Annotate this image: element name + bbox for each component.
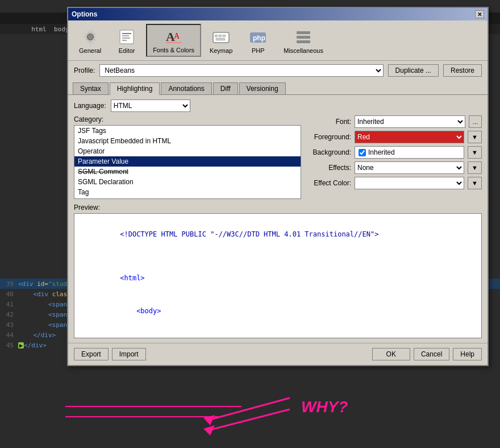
- editor-icon: [118, 28, 136, 46]
- svg-rect-24: [297, 36, 310, 39]
- help-button[interactable]: Help: [453, 348, 482, 360]
- preview-line-blank: [79, 251, 477, 262]
- background-inherited-checkbox[interactable]: [359, 149, 366, 156]
- foreground-ellipsis-button[interactable]: ▼: [468, 131, 482, 143]
- toolbar-keymap[interactable]: Keymap: [203, 25, 239, 57]
- svg-rect-8: [120, 30, 134, 44]
- keymap-label: Keymap: [210, 47, 232, 54]
- close-button[interactable]: ✕: [475, 10, 484, 18]
- php-label: PHP: [252, 47, 265, 54]
- profile-row: Profile: NetBeans Duplicate ... Restore: [68, 61, 488, 80]
- preview-line-html-open: <html>: [79, 262, 477, 295]
- foreground-select[interactable]: Red: [355, 131, 464, 143]
- ok-button[interactable]: OK: [372, 348, 410, 360]
- tab-annotations[interactable]: Annotations: [161, 82, 211, 94]
- modal-title: Options: [72, 10, 97, 18]
- svg-rect-16: [213, 32, 229, 43]
- import-button[interactable]: Import: [112, 348, 146, 360]
- keymap-icon: [212, 28, 230, 46]
- tab-syntax[interactable]: Syntax: [73, 82, 109, 94]
- background-checkbox-select: Inherited: [355, 146, 464, 159]
- svg-text:A: A: [174, 32, 180, 40]
- general-icon: [81, 28, 99, 46]
- effect-color-label: Effect Color:: [306, 179, 351, 187]
- toolbar-general[interactable]: General: [73, 25, 107, 57]
- tab-versioning[interactable]: Versioning: [239, 82, 286, 94]
- effects-label: Effects:: [306, 164, 351, 172]
- cat-item-paramvalue[interactable]: Parameter Value: [74, 156, 301, 167]
- language-select[interactable]: HTML CSS JavaScript PHP: [111, 99, 190, 112]
- cat-item-tag[interactable]: Tag: [74, 187, 301, 197]
- svg-rect-25: [297, 40, 310, 43]
- font-row: Font: Inherited ...: [306, 115, 482, 128]
- properties-panel: Font: Inherited ... Foreground: Red ▼: [306, 115, 482, 199]
- foreground-label: Foreground:: [306, 133, 351, 141]
- background-inherited-label: Inherited: [368, 148, 395, 156]
- toolbar: General Editor A A: [68, 20, 488, 61]
- svg-rect-19: [223, 35, 226, 37]
- preview-label: Preview:: [74, 204, 482, 211]
- svg-rect-15: [166, 42, 182, 43]
- restore-button[interactable]: Restore: [443, 64, 482, 77]
- duplicate-button[interactable]: Duplicate ...: [388, 64, 439, 77]
- effects-row: Effects: None Underline Strikethrough Wa…: [306, 161, 482, 174]
- language-label: Language:: [74, 102, 106, 110]
- font-ellipsis-button[interactable]: ...: [469, 115, 482, 128]
- svg-rect-17: [215, 35, 218, 37]
- editor-label: Editor: [119, 47, 135, 54]
- cat-item-operator[interactable]: Operator: [74, 146, 301, 156]
- background-row: Background: Inherited ▼: [306, 146, 482, 159]
- preview-section: Preview: <!DOCTYPE HTML PUBLIC "-//W3C//…: [74, 204, 482, 338]
- cancel-button[interactable]: Cancel: [414, 348, 449, 360]
- preview-line-body-open: <body>: [79, 294, 477, 327]
- toolbar-misc[interactable]: Miscellaneous: [277, 25, 330, 57]
- toolbar-editor[interactable]: Editor: [110, 25, 144, 57]
- svg-point-7: [88, 35, 93, 39]
- tab-diff[interactable]: Diff: [213, 82, 238, 94]
- category-label: Category:: [74, 115, 301, 123]
- preview-line-font: <font face="Arial,Helvetica" size="+1" c…: [79, 327, 477, 338]
- tab-highlighting[interactable]: Highlighting: [110, 82, 160, 95]
- export-button[interactable]: Export: [74, 348, 109, 360]
- category-list[interactable]: JSF Tags Javascript Embedded in HTML Ope…: [74, 125, 301, 199]
- svg-rect-18: [219, 35, 222, 37]
- misc-icon: [294, 28, 312, 46]
- effects-ellipsis-button[interactable]: ▼: [468, 161, 482, 174]
- bottom-right-buttons: OK Cancel Help: [372, 348, 482, 360]
- options-dialog: Options ✕ General: [67, 7, 489, 366]
- preview-box: <!DOCTYPE HTML PUBLIC "-//W3C//DTD HTML …: [74, 213, 482, 338]
- bottom-left-buttons: Export Import: [74, 348, 146, 360]
- fonts-icon: A A: [165, 27, 183, 45]
- foreground-row: Foreground: Red ▼: [306, 131, 482, 143]
- effects-select[interactable]: None Underline Strikethrough Wave Underl…: [355, 161, 464, 174]
- language-row: Language: HTML CSS JavaScript PHP: [74, 99, 482, 112]
- font-label: Font:: [306, 118, 351, 126]
- main-content: Language: HTML CSS JavaScript PHP Catego…: [68, 95, 488, 343]
- effect-color-ellipsis-button[interactable]: ▼: [468, 177, 482, 189]
- cat-item-text[interactable]: Text: [74, 197, 301, 199]
- general-label: General: [79, 47, 101, 54]
- bottom-bar: Export Import OK Cancel Help: [68, 343, 488, 365]
- category-panel: Category: JSF Tags Javascript Embedded i…: [74, 115, 301, 199]
- cat-item-js[interactable]: Javascript Embedded in HTML: [74, 136, 301, 146]
- tabs-bar: Syntax Highlighting Annotations Diff Ver…: [68, 80, 488, 95]
- font-select[interactable]: Inherited: [355, 115, 465, 128]
- profile-select[interactable]: NetBeans: [99, 64, 383, 77]
- effect-color-select[interactable]: [355, 177, 464, 189]
- php-icon: php: [249, 28, 267, 46]
- background-ellipsis-button[interactable]: ▼: [468, 146, 482, 159]
- svg-rect-23: [297, 31, 310, 34]
- misc-label: Miscellaneous: [284, 47, 323, 54]
- fonts-label: Fonts & Colors: [153, 47, 194, 53]
- svg-text:php: php: [253, 34, 265, 42]
- background-label: Background:: [306, 148, 351, 156]
- profile-label: Profile:: [74, 67, 95, 74]
- toolbar-php[interactable]: php PHP: [241, 25, 275, 57]
- svg-rect-20: [216, 38, 225, 40]
- toolbar-fonts[interactable]: A A Fonts & Colors: [146, 24, 201, 57]
- cat-item-sgml-comment[interactable]: SGML Comment: [74, 167, 301, 177]
- cat-item-jsf[interactable]: JSF Tags: [74, 126, 301, 136]
- effect-color-row: Effect Color: ▼: [306, 177, 482, 189]
- cat-item-sgml-decl[interactable]: SGML Declaration: [74, 177, 301, 187]
- two-column-layout: Category: JSF Tags Javascript Embedded i…: [74, 115, 482, 199]
